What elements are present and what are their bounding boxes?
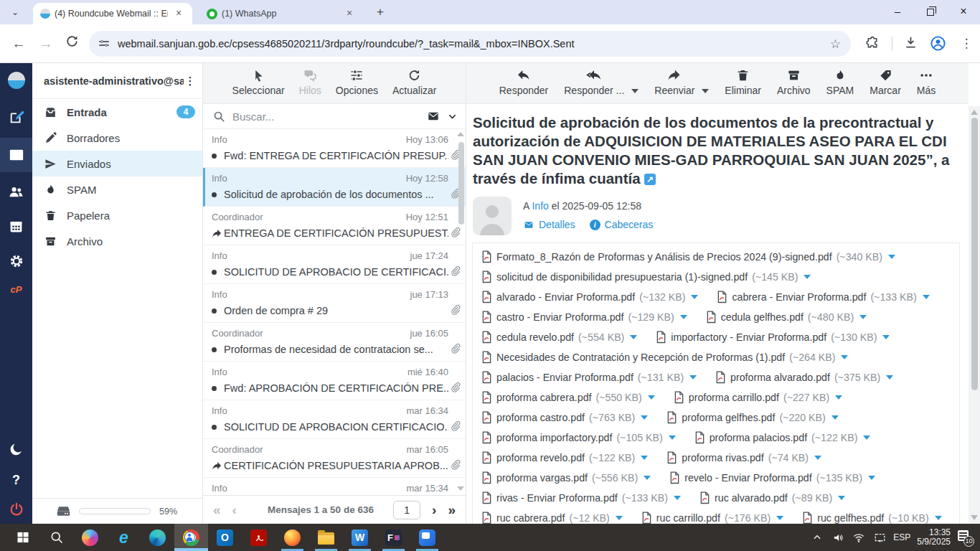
- attachment-name[interactable]: proforma imporfactory.pdf: [496, 432, 612, 443]
- headers-link[interactable]: Cabeceras: [605, 219, 654, 230]
- extensions-icon[interactable]: [865, 35, 882, 52]
- message-row[interactable]: Infomié 16:40 Fwd: APROBACIÓN DE CERTIFI…: [203, 362, 466, 400]
- message-row[interactable]: Infojue 17:24 SOLICITUD DE APROBACIO DE …: [203, 245, 466, 284]
- notification-center-icon[interactable]: 10: [957, 529, 973, 545]
- attachment-caret-icon[interactable]: [630, 335, 637, 339]
- attachment-chip[interactable]: proforma imporfactory.pdf(~105 KB): [481, 431, 676, 444]
- cpanel-logo[interactable]: cP: [0, 284, 32, 295]
- attachment-caret-icon[interactable]: [814, 456, 821, 460]
- attachment-chip[interactable]: alvarado - Enviar Proforma.pdf(~132 KB): [481, 291, 698, 303]
- attachment-name[interactable]: ruc gelfhes.pdf: [817, 512, 884, 524]
- options-button[interactable]: Opciones: [336, 68, 378, 103]
- attachment-caret-icon[interactable]: [831, 415, 839, 420]
- attachment-chip[interactable]: proforma cabrera.pdf(~550 KB): [481, 391, 655, 404]
- search-input[interactable]: [232, 110, 426, 123]
- wifi-icon[interactable]: [852, 530, 866, 545]
- attachment-caret-icon[interactable]: [616, 516, 623, 520]
- sidebar-folder-entrada[interactable]: Entrada 4: [32, 99, 202, 125]
- reply-button[interactable]: Responder: [499, 68, 549, 103]
- attachment-caret-icon[interactable]: [691, 295, 698, 299]
- list-scroll-down-icon[interactable]: [457, 486, 464, 491]
- tab-close-icon[interactable]: ×: [343, 7, 356, 20]
- attachment-chip[interactable]: proforma rivas.pdf(~74 KB): [666, 451, 821, 464]
- attachment-name[interactable]: proforma rivas.pdf: [682, 452, 763, 463]
- message-row-selected[interactable]: InfoHoy 12:58 Solicitud de aprobación de…: [203, 168, 466, 207]
- select-button[interactable]: Seleccionar: [232, 68, 285, 103]
- attachment-caret-icon[interactable]: [841, 355, 848, 359]
- attachment-chip[interactable]: revelo - Enviar Proforma.pdf(~135 KB): [669, 471, 875, 484]
- sidebar-folder-papelera[interactable]: Papelera: [32, 202, 202, 228]
- attachment-chip[interactable]: proforma castro.pdf(~763 KB): [481, 411, 648, 424]
- reply-all-caret-icon[interactable]: [631, 89, 639, 93]
- attachment-caret-icon[interactable]: [835, 395, 842, 400]
- attachment-caret-icon[interactable]: [689, 375, 697, 380]
- attachment-chip[interactable]: palacios - Enviar Proforma.pdf(~131 KB): [481, 371, 697, 384]
- new-tab-button[interactable]: +: [372, 4, 389, 22]
- search-scope-mail-icon[interactable]: [426, 110, 440, 122]
- mark-button[interactable]: Marcar: [870, 68, 901, 103]
- taskbar-app-edge[interactable]: [141, 524, 174, 551]
- attachment-chip[interactable]: proforma palacios.pdf(~122 KB): [694, 431, 871, 444]
- message-row[interactable]: Infojue 17:13 Orden de compra # 29: [203, 284, 466, 323]
- browser-menu-icon[interactable]: ⋮: [958, 34, 974, 54]
- bookmark-star-icon[interactable]: ☆: [830, 37, 841, 52]
- attachment-caret-icon[interactable]: [680, 315, 687, 319]
- url-text[interactable]: webmail.sanjuan.gob.ec/cpsess4685020211/…: [118, 38, 824, 50]
- forward-button[interactable]: →: [36, 34, 56, 54]
- spam-button[interactable]: SPAM: [826, 68, 854, 103]
- attachment-name[interactable]: imporfactory - Enviar Proforma.pdf: [671, 331, 826, 343]
- attachment-chip[interactable]: rivas - Enviar Proforma.pdf(~133 KB): [481, 491, 681, 504]
- sender-link[interactable]: Info: [532, 200, 548, 212]
- attachment-name[interactable]: ruc carrillo.pdf: [656, 512, 720, 524]
- taskbar-app-file-explorer[interactable]: [309, 524, 343, 551]
- attachment-name[interactable]: ruc cabrera.pdf: [496, 512, 565, 524]
- next-page-button[interactable]: ›: [432, 502, 436, 518]
- attachment-chip[interactable]: castro - Enviar Proforma.pdf(~129 KB): [481, 311, 687, 324]
- taskbar-app-internet-explorer[interactable]: e: [107, 524, 141, 551]
- attachment-name[interactable]: proforma revelo.pdf: [496, 452, 585, 463]
- attachment-chip[interactable]: proforma revelo.pdf(~122 KB): [481, 451, 648, 464]
- tab-search-button[interactable]: ⌄: [6, 4, 24, 21]
- more-button[interactable]: Más: [917, 68, 936, 103]
- message-row[interactable]: Infomar 16:34 SOLICITUD DE APROBACION CE…: [203, 400, 466, 439]
- attachment-caret-icon[interactable]: [882, 335, 890, 339]
- language-indicator[interactable]: ESP: [893, 532, 910, 542]
- sidebar-folder-borradores[interactable]: Borradores: [32, 125, 202, 151]
- taskbar-start-button[interactable]: [6, 524, 39, 551]
- profile-icon[interactable]: [930, 35, 947, 52]
- threads-button[interactable]: Hilos: [299, 68, 321, 103]
- attachment-name[interactable]: alvarado - Enviar Proforma.pdf: [496, 291, 635, 303]
- reply-all-button[interactable]: Responder ...: [564, 68, 624, 103]
- window-minimize-button[interactable]: –: [881, 0, 914, 24]
- attachment-name[interactable]: proforma alvarado.pdf: [730, 372, 830, 383]
- attachment-name[interactable]: cedula revelo.pdf: [496, 331, 574, 343]
- taskbar-app-outlook[interactable]: O: [208, 524, 242, 551]
- attachment-name[interactable]: proforma gelfhes.pdf: [682, 412, 775, 423]
- attachment-chip[interactable]: Formato_8_Razón de Proformas y Análisis …: [481, 250, 895, 263]
- external-link-icon[interactable]: ↗: [644, 174, 656, 185]
- taskbar-app-copilot[interactable]: [73, 524, 107, 551]
- prev-page-button[interactable]: ‹: [232, 502, 237, 518]
- window-close-button[interactable]: ×: [947, 0, 980, 24]
- address-bar[interactable]: webmail.sanjuan.gob.ec/cpsess4685020211/…: [89, 31, 851, 57]
- window-restore-button[interactable]: [914, 0, 947, 24]
- list-scrollbar-thumb[interactable]: [458, 142, 464, 225]
- taskbar-app-word[interactable]: W: [343, 524, 377, 551]
- sidebar-folder-spam[interactable]: SPAM: [32, 176, 202, 202]
- tab-close-icon[interactable]: ×: [172, 7, 185, 20]
- compose-icon[interactable]: [0, 109, 32, 125]
- attachment-caret-icon[interactable]: [674, 496, 681, 500]
- forward-caret-icon[interactable]: [702, 89, 709, 93]
- attachment-name[interactable]: proforma carrillo.pdf: [689, 392, 779, 403]
- attachment-caret-icon[interactable]: [669, 435, 676, 440]
- refresh-button[interactable]: Actualizar: [392, 68, 436, 103]
- downloads-icon[interactable]: [903, 35, 920, 52]
- taskbar-app-firefox[interactable]: [275, 524, 309, 551]
- logout-power-icon[interactable]: [0, 501, 32, 517]
- attachment-caret-icon[interactable]: [863, 435, 870, 440]
- attachment-name[interactable]: cedula gelfhes.pdf: [721, 311, 804, 323]
- settings-gear-icon[interactable]: [0, 253, 32, 269]
- message-row[interactable]: CoordinadorHoy 12:51 ENTREGA DE CERTIFIC…: [203, 207, 466, 245]
- sidebar-folder-archivo[interactable]: Archivo: [32, 228, 202, 254]
- dark-mode-moon-icon[interactable]: [0, 442, 32, 457]
